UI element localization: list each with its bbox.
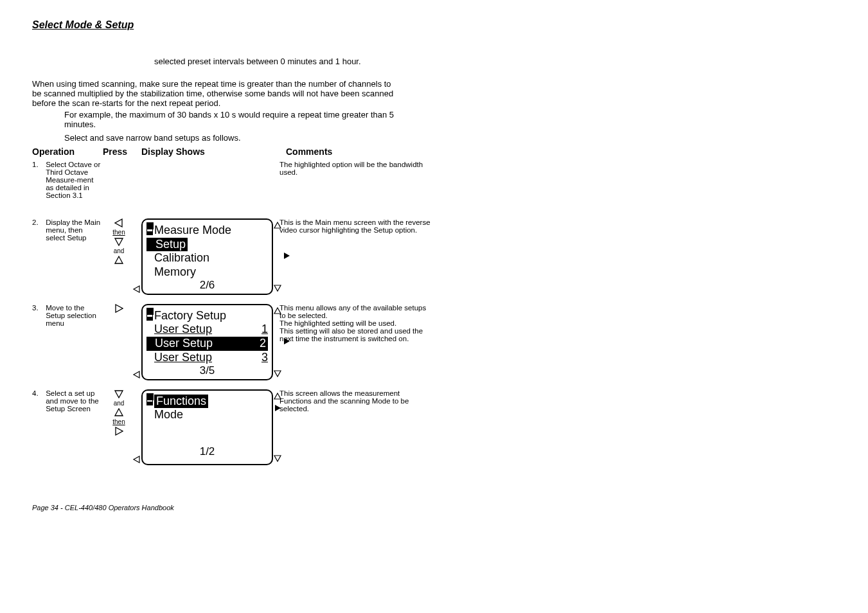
left-arrow-icon [132,285,141,294]
display-cell: Measure Mode Setup Calibration Memory 2/… [135,218,279,295]
step-text: Select a set up and move to the Setup Sc… [46,389,102,413]
section-title: Select Mode & Setup [32,19,836,31]
up-arrow-icon [273,392,282,401]
right-arrow-icon [273,404,282,413]
intro-para-2: For example, the maximum of 30 bands x 1… [64,110,398,129]
up-arrow-icon [114,256,123,265]
intro-para-1: When using timed scanning, make sure the… [32,79,398,108]
battery-icon [146,226,153,235]
battery-icon [146,396,153,405]
header-operation: Operation [32,147,103,157]
lcd-panel: Measure Mode Setup Calibration Memory 2/… [141,218,273,295]
lcd-line: Mode [146,408,183,422]
table-row: 3. Move to the Setup selection menu Fact… [32,304,430,380]
step-text: Select Octave or Third Octave Measure-me… [46,161,102,199]
operation-cell: 1. Select Octave or Third Octave Measure… [32,161,103,199]
comment-cell: The highlighted option will be the bandw… [279,161,430,176]
right-arrow-icon [282,337,291,346]
step-number: 2. [32,218,44,226]
lcd-line-highlight: Functions [154,395,208,409]
battery-icon [146,312,153,321]
press-then: then [112,418,125,425]
operation-cell: 2. Display the Main menu, then select Se… [32,218,103,242]
table-row: 4. Select a set up and move to the Setup… [32,389,430,465]
step-number: 1. [32,161,44,168]
lcd-line: Memory [146,265,196,280]
lcd-line: Factory Setup [153,309,226,323]
step-number: 4. [32,389,44,397]
operation-cell: 3. Move to the Setup selection menu [32,304,103,327]
lcd-line-highlight: Setup [146,238,188,252]
press-then: then [112,229,125,236]
comment-cell: This is the Main menu screen with the re… [279,218,430,234]
header-comments: Comments [286,147,430,157]
left-arrow-icon [114,218,123,227]
intro-preset: selected preset intervals between 0 minu… [154,57,398,66]
operation-cell: 4. Select a set up and move to the Setup… [32,389,103,413]
lcd-line-num: 3 [261,351,268,365]
lcd-panel: Factory Setup User Setup1 User Setup2 Us… [141,304,273,380]
lcd-line: Measure Mode [153,224,231,238]
right-arrow-icon [114,304,123,313]
left-arrow-icon [132,370,141,379]
lcd-line: Calibration [146,251,209,265]
intro-para-2-wrap: For example, the maximum of 30 bands x 1… [32,110,836,129]
page-footer: Page 34 - CEL-440/480 Operators Handbook [32,504,836,511]
lcd-panel: Functions Mode 1/2 [141,389,273,465]
press-cell: then and [103,218,135,265]
press-cell [103,304,135,313]
lcd-line: User Setup [146,323,212,337]
down-arrow-icon [114,389,123,398]
display-cell: Functions Mode 1/2 [135,389,279,465]
up-arrow-icon [273,221,282,230]
table-header: Operation Press Display Shows Comments [32,147,430,157]
header-display: Display Shows [135,147,286,157]
right-arrow-icon [282,251,291,260]
up-arrow-icon [273,306,282,315]
press-and: and [114,247,125,254]
down-arrow-icon [114,237,123,246]
instruction-table: Operation Press Display Shows Comments 1… [32,147,430,465]
up-arrow-icon [114,408,123,417]
right-arrow-icon [114,427,123,436]
left-arrow-icon [132,455,141,464]
step-number: 3. [32,304,44,312]
intro-para-3-wrap: Select and save narrow band setups as fo… [32,133,836,143]
intro-para-3: Select and save narrow band setups as fo… [64,133,398,143]
lcd-line-num: 1 [261,323,268,337]
table-row: 1. Select Octave or Third Octave Measure… [32,161,430,199]
press-and: and [114,400,125,407]
comment-cell: This screen allows the measurement Funct… [279,389,430,413]
table-row: 2. Display the Main menu, then select Se… [32,218,430,295]
press-cell: and then [103,389,135,436]
step-text: Move to the Setup selection menu [46,304,102,327]
lcd-line-num: 2 [260,337,266,351]
lcd-line-highlight: User Setup [148,337,213,351]
display-cell: Factory Setup User Setup1 User Setup2 Us… [135,304,279,380]
header-press: Press [103,147,135,157]
comment-cell: This menu allows any of the available se… [279,304,430,342]
lcd-line: User Setup [146,351,212,365]
step-text: Display the Main menu, then select Setup [46,218,102,242]
